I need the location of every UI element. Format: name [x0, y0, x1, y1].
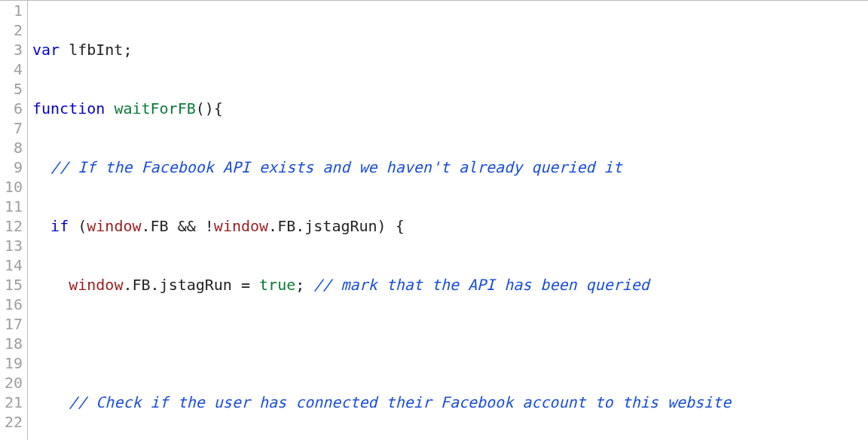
- code-line: // If the Facebook API exists and we hav…: [32, 157, 868, 177]
- code-text: lfbInt;: [60, 41, 132, 59]
- line-number: 18: [0, 334, 27, 353]
- line-number: 22: [0, 412, 27, 432]
- code-text: [32, 217, 50, 235]
- code-text: (){: [196, 99, 223, 118]
- code-text: [105, 99, 114, 118]
- code-line: function waitForFB(){: [32, 99, 868, 118]
- line-number: 8: [0, 138, 27, 157]
- identifier: window: [214, 217, 268, 235]
- line-number: 5: [0, 79, 27, 99]
- identifier: window: [87, 217, 141, 235]
- comment: // If the Facebook API exists and we hav…: [50, 158, 622, 176]
- comment: // Check if the user has connected their…: [69, 393, 731, 411]
- line-number: 14: [0, 255, 27, 275]
- line-number: 13: [0, 236, 27, 255]
- function-name: waitForFB: [114, 99, 195, 118]
- code-editor: 1 2 3 4 5 6 7 8 9 10 11 12 13 14 15 16 1…: [0, 0, 868, 440]
- line-number-gutter: 1 2 3 4 5 6 7 8 9 10 11 12 13 14 15 16 1…: [0, 1, 28, 440]
- code-text: ;: [295, 276, 313, 294]
- code-line: var lfbInt;: [32, 40, 868, 60]
- line-number: 4: [0, 60, 27, 79]
- code-text: [32, 276, 69, 294]
- code-text: .FB.jstagRun) {: [268, 217, 405, 235]
- line-number: 6: [0, 99, 27, 118]
- line-number: 17: [0, 314, 27, 334]
- code-text: .FB.jstagRun =: [123, 276, 259, 294]
- line-number: 19: [0, 353, 27, 373]
- line-number: 11: [0, 197, 27, 216]
- keyword: function: [32, 99, 105, 118]
- line-number: 20: [0, 373, 27, 393]
- identifier: window: [69, 276, 123, 294]
- line-number: 3: [0, 40, 27, 60]
- comment: // mark that the API has been queried: [313, 276, 649, 294]
- line-number: 9: [0, 157, 27, 177]
- code-text: [32, 158, 50, 176]
- line-number: 2: [0, 20, 27, 40]
- boolean: true: [259, 276, 295, 294]
- keyword: var: [32, 41, 60, 59]
- code-line: [32, 334, 868, 353]
- code-line: window.FB.jstagRun = true; // mark that …: [32, 275, 868, 295]
- line-number: 10: [0, 177, 27, 197]
- code-line: if (window.FB && !window.FB.jstagRun) {: [32, 216, 868, 236]
- line-number: 15: [0, 275, 27, 295]
- code-line: // Check if the user has connected their…: [32, 393, 868, 412]
- code-text: [32, 393, 69, 411]
- keyword: if: [50, 217, 69, 235]
- line-number: 7: [0, 118, 27, 138]
- code-area[interactable]: var lfbInt; function waitForFB(){ // If …: [28, 1, 868, 440]
- code-text: (: [69, 217, 87, 235]
- code-text: .FB && !: [142, 217, 214, 235]
- line-number: 12: [0, 216, 27, 236]
- line-number: 16: [0, 295, 27, 314]
- line-number: 1: [0, 1, 27, 20]
- line-number: 21: [0, 393, 27, 412]
